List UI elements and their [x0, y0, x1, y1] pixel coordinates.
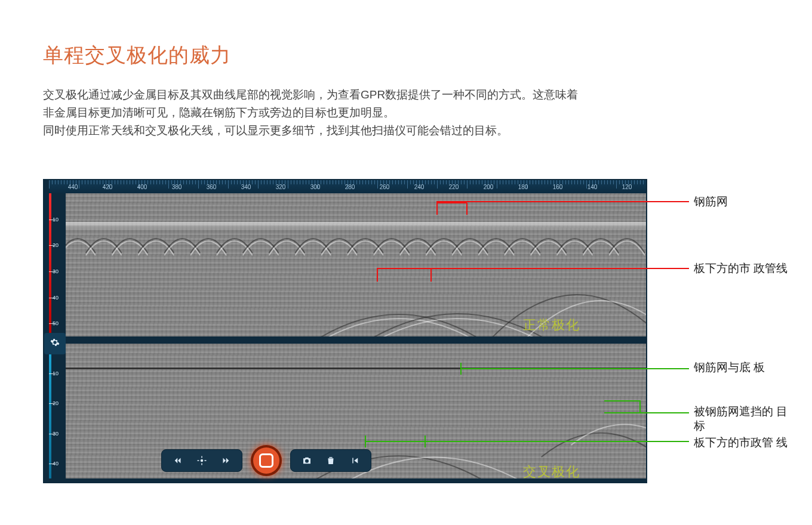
- vertical-ruler-strip: [44, 193, 49, 336]
- callout-mesh-and-bottom: 钢筋网与底 板: [694, 360, 789, 375]
- scan-toolbar: [161, 445, 371, 476]
- settings-tab[interactable]: [44, 333, 66, 354]
- depth-scale-cross: 10203040: [49, 344, 66, 478]
- delete-button[interactable]: [325, 455, 336, 466]
- skip-back-button[interactable]: [349, 455, 360, 466]
- scan-screenshot: 4404204003803603403203002802602402202001…: [43, 179, 647, 483]
- callout-utility-bottom: 板下方的市政管 线: [694, 436, 789, 450]
- nav-pill: [161, 449, 242, 472]
- double-chevron-right-icon: [220, 455, 231, 466]
- caption-normal-polarization: 正常极化: [523, 316, 580, 334]
- rewind-fast-button[interactable]: [173, 455, 183, 466]
- horizontal-ruler: 4404204003803603403203002802602402202001…: [49, 180, 646, 193]
- gpr-figure: 4404204003803603403203002802602402202001…: [43, 179, 771, 483]
- callout-rebar-mesh: 钢筋网: [694, 194, 789, 209]
- svg-point-1: [201, 459, 204, 462]
- camera-icon: [302, 455, 312, 466]
- tools-pill: [290, 449, 371, 472]
- caption-cross-polarization: 交叉极化: [523, 463, 580, 481]
- page-title: 单程交叉极化的威力: [43, 42, 776, 69]
- callout-utility-top: 板下方的市 政管线: [694, 261, 789, 276]
- record-stop-button[interactable]: [251, 445, 282, 476]
- skip-back-icon: [349, 455, 360, 466]
- crosshair-icon: [196, 455, 207, 466]
- callout-obscured-target: 被钢筋网遮挡的 目标: [694, 404, 789, 433]
- center-button[interactable]: [196, 455, 207, 466]
- scan-panel-normal: [66, 193, 646, 336]
- screenshot-button[interactable]: [302, 455, 312, 466]
- forward-fast-button[interactable]: [220, 455, 231, 466]
- depth-scale-normal: 1020304050: [49, 193, 66, 336]
- intro-paragraph: 交叉极化通过减少金属目标及其双曲线尾部的视觉影响，为查看GPR数据提供了一种不同…: [43, 86, 676, 140]
- gear-icon: [50, 338, 60, 350]
- trash-icon: [325, 455, 336, 466]
- double-chevron-left-icon: [173, 455, 183, 466]
